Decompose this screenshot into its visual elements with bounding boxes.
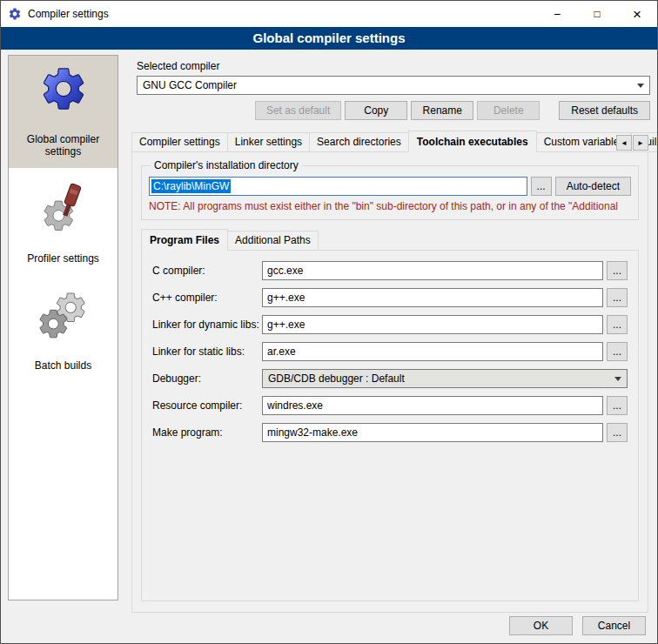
install-dir-browse-button[interactable]: ...	[531, 177, 552, 196]
auto-detect-button[interactable]: Auto-detect	[555, 177, 631, 196]
tab-scroll-left-button[interactable]: ◄	[616, 135, 632, 151]
cancel-button[interactable]: Cancel	[582, 616, 646, 635]
make-program-browse-button[interactable]: ...	[607, 423, 628, 442]
dialog-header: Global compiler settings	[1, 27, 657, 50]
tab-scroll-right-button[interactable]: ►	[633, 135, 648, 151]
static-linker-browse-button[interactable]: ...	[607, 342, 628, 361]
chevron-down-icon	[637, 84, 644, 88]
gear-icon	[38, 64, 89, 114]
toolchain-executables-panel: Compiler's installation directory C:\ray…	[131, 151, 648, 613]
minimize-button[interactable]: −	[537, 1, 577, 27]
selected-compiler-label: Selected compiler	[137, 60, 652, 72]
dynamic-linker-input[interactable]	[262, 315, 603, 334]
install-dir-input[interactable]: C:\raylib\MinGW	[149, 177, 527, 196]
titlebar[interactable]: Compiler settings − □ ×	[1, 1, 657, 27]
window-title: Compiler settings	[28, 8, 109, 20]
cpp-compiler-browse-button[interactable]: ...	[607, 288, 628, 307]
c-compiler-label: C compiler:	[152, 265, 262, 277]
minimize-icon: −	[554, 8, 561, 20]
arrow-left-icon: ◄	[621, 139, 628, 147]
tab-search-directories[interactable]: Search directories	[309, 132, 409, 152]
rename-button[interactable]: Rename	[411, 101, 473, 120]
sidebar-item-label: Batch builds	[35, 359, 91, 372]
tab-scroll-buttons: ◄ ►	[616, 135, 648, 151]
compiler-actions: Set as default Copy Rename Delete Reset …	[137, 101, 650, 120]
debugger-select-value: GDB/CDB debugger : Default	[268, 372, 405, 385]
make-program-label: Make program:	[152, 426, 262, 439]
form-row: Resource compiler: ...	[152, 396, 628, 415]
maximize-icon: □	[594, 9, 600, 19]
form-row: C compiler: ...	[152, 261, 628, 280]
tab-compiler-settings[interactable]: Compiler settings	[131, 132, 228, 152]
form-row: Linker for static libs: ...	[152, 342, 628, 361]
profiler-icon	[38, 183, 89, 233]
resource-compiler-browse-button[interactable]: ...	[607, 396, 628, 415]
arrow-right-icon: ►	[637, 139, 644, 147]
dialog-footer: OK Cancel	[509, 616, 646, 635]
install-dir-group: Compiler's installation directory C:\ray…	[141, 159, 639, 220]
cpp-compiler-input[interactable]	[262, 288, 603, 307]
sidebar: Global compiler settings Profiler settin…	[8, 55, 118, 600]
sidebar-item-global-compiler-settings[interactable]: Global compiler settings	[9, 56, 118, 168]
install-dir-value: C:\raylib\MinGW	[151, 179, 231, 193]
maximize-button[interactable]: □	[577, 1, 617, 27]
form-row: Debugger: GDB/CDB debugger : Default	[152, 369, 628, 388]
debugger-select[interactable]: GDB/CDB debugger : Default	[262, 369, 628, 388]
compiler-select-value: GNU GCC Compiler	[143, 79, 237, 91]
copy-button[interactable]: Copy	[345, 101, 407, 120]
dynamic-linker-label: Linker for dynamic libs:	[152, 319, 262, 331]
settings-tabs: Compiler settings Linker settings Search…	[131, 131, 648, 152]
form-row: Make program: ...	[152, 423, 628, 442]
sidebar-item-profiler-settings[interactable]: Profiler settings	[9, 175, 118, 275]
static-linker-label: Linker for static libs:	[152, 345, 262, 358]
c-compiler-browse-button[interactable]: ...	[607, 261, 628, 280]
main-panel: Selected compiler GNU GCC Compiler Set a…	[128, 53, 652, 613]
window-controls: − □ ×	[537, 1, 657, 27]
resource-compiler-input[interactable]	[262, 396, 603, 415]
sidebar-item-label: Profiler settings	[27, 252, 99, 265]
c-compiler-input[interactable]	[262, 261, 603, 280]
dynamic-linker-browse-button[interactable]: ...	[607, 315, 628, 334]
install-note: NOTE: All programs must exist either in …	[149, 200, 631, 212]
resource-compiler-label: Resource compiler:	[152, 399, 262, 412]
batch-builds-icon	[38, 290, 89, 340]
sidebar-item-label: Global compiler settings	[12, 133, 114, 158]
set-as-default-button: Set as default	[255, 101, 341, 120]
close-icon: ×	[633, 7, 641, 22]
install-dir-row: C:\raylib\MinGW ... Auto-detect	[149, 177, 631, 196]
static-linker-input[interactable]	[262, 342, 603, 361]
tab-additional-paths[interactable]: Additional Paths	[227, 231, 319, 251]
form-row: Linker for dynamic libs: ...	[152, 315, 628, 334]
cpp-compiler-label: C++ compiler:	[152, 292, 262, 304]
sidebar-item-batch-builds[interactable]: Batch builds	[9, 282, 118, 382]
tab-linker-settings[interactable]: Linker settings	[227, 132, 310, 152]
form-row: C++ compiler: ...	[152, 288, 628, 307]
make-program-input[interactable]	[262, 423, 603, 442]
reset-defaults-button[interactable]: Reset defaults	[559, 101, 650, 120]
compiler-settings-window: Compiler settings − □ × Global compiler …	[0, 0, 658, 644]
app-icon	[8, 7, 22, 21]
debugger-label: Debugger:	[152, 372, 262, 385]
install-dir-legend: Compiler's installation directory	[151, 159, 302, 171]
tab-toolchain-executables[interactable]: Toolchain executables	[408, 131, 537, 152]
program-tabs: Program Files Additional Paths	[141, 229, 639, 251]
tab-program-files[interactable]: Program Files	[141, 229, 228, 251]
compiler-select[interactable]: GNU GCC Compiler	[137, 76, 650, 95]
ok-button[interactable]: OK	[509, 616, 573, 635]
program-files-panel: C compiler: ... C++ compiler: ... Linker…	[141, 250, 639, 601]
chevron-down-icon	[614, 377, 621, 381]
delete-button: Delete	[477, 101, 540, 120]
close-button[interactable]: ×	[617, 1, 657, 27]
